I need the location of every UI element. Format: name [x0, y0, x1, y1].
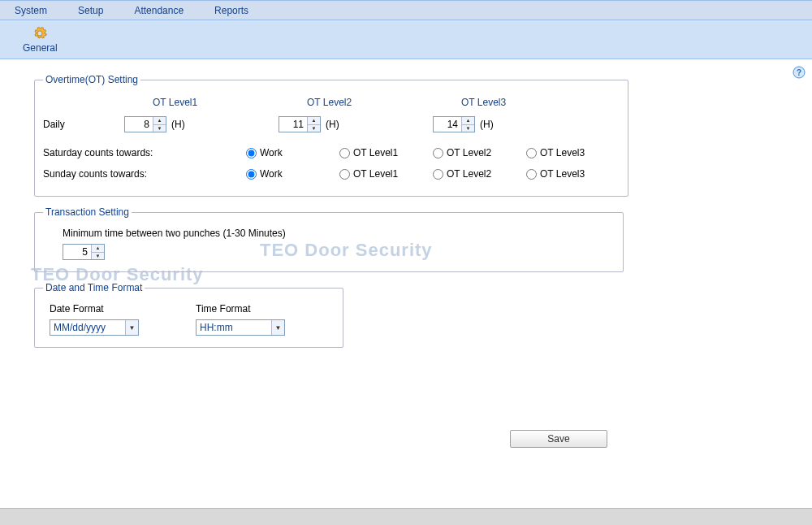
sunday-l3-radio[interactable]: OT Level3	[526, 168, 620, 180]
min-punch-label: Minimum time between two punches (1-30 M…	[63, 228, 615, 239]
saturday-l1-radio[interactable]: OT Level1	[339, 147, 433, 158]
sunday-l2-radio[interactable]: OT Level2	[433, 168, 526, 180]
date-format-label: Date Format	[50, 303, 139, 315]
menu-system[interactable]: System	[15, 5, 47, 16]
sunday-work-radio[interactable]: Work	[246, 168, 339, 180]
spin-down-icon[interactable]: ▼	[308, 125, 320, 132]
ot-header-l3: OT Level3	[433, 97, 587, 108]
spin-up-icon[interactable]: ▲	[308, 117, 320, 125]
time-format-value: HH:mm	[197, 322, 271, 333]
min-punch-spinner[interactable]: ▲▼	[63, 244, 105, 260]
overtime-legend: Overtime(OT) Setting	[43, 74, 140, 85]
saturday-l3-radio[interactable]: OT Level3	[526, 147, 620, 158]
datetime-legend: Date and Time Format	[43, 282, 145, 293]
menu-reports[interactable]: Reports	[214, 5, 248, 16]
sunday-label: Sunday counts towards:	[43, 168, 246, 180]
saturday-label: Saturday counts towards:	[43, 147, 246, 158]
spin-down-icon[interactable]: ▼	[462, 125, 474, 132]
time-format-label: Time Format	[196, 303, 285, 315]
date-format-value: MM/dd/yyyy	[50, 322, 125, 333]
content-area: ? TEO Door Security TEO Door Security Ov…	[0, 59, 812, 509]
sunday-l1-radio[interactable]: OT Level1	[339, 168, 433, 180]
spin-down-icon[interactable]: ▼	[153, 125, 166, 132]
hours-suffix: (H)	[480, 119, 494, 130]
time-format-select[interactable]: HH:mm ▼	[196, 319, 285, 336]
status-strip	[0, 509, 812, 525]
min-punch-input[interactable]	[63, 245, 91, 259]
daily-label: Daily	[43, 119, 124, 130]
save-button[interactable]: Save	[510, 430, 607, 448]
menu-attendance[interactable]: Attendance	[134, 5, 184, 16]
chevron-down-icon: ▼	[271, 320, 284, 335]
spin-up-icon[interactable]: ▲	[153, 117, 166, 125]
general-label: General	[23, 42, 58, 54]
daily-l1-input[interactable]	[125, 117, 153, 132]
ot-header-l1: OT Level1	[124, 97, 279, 108]
transaction-legend: Transaction Setting	[43, 206, 132, 218]
spin-up-icon[interactable]: ▲	[462, 117, 474, 125]
transaction-setting-group: Transaction Setting Minimum time between…	[34, 206, 624, 272]
date-format-select[interactable]: MM/dd/yyyy ▼	[50, 319, 139, 336]
chevron-down-icon: ▼	[125, 320, 138, 335]
toolbar: General	[0, 20, 812, 59]
hours-suffix: (H)	[326, 119, 339, 130]
help-icon[interactable]: ?	[793, 66, 806, 79]
daily-l3-input[interactable]	[434, 117, 461, 132]
daily-l2-input[interactable]	[279, 117, 307, 132]
svg-text:?: ?	[797, 68, 801, 77]
gear-icon	[32, 26, 47, 41]
daily-l3-spinner[interactable]: ▲▼	[433, 116, 475, 132]
overtime-setting-group: Overtime(OT) Setting OT Level1 OT Level2…	[34, 74, 628, 197]
menubar: System Setup Attendance Reports	[0, 0, 812, 20]
daily-l2-spinner[interactable]: ▲▼	[279, 116, 321, 132]
spin-down-icon[interactable]: ▼	[92, 253, 104, 260]
saturday-work-radio[interactable]: Work	[246, 147, 339, 158]
general-button[interactable]: General	[23, 26, 58, 54]
ot-header-l2: OT Level2	[279, 97, 433, 108]
hours-suffix: (H)	[171, 119, 185, 130]
menu-setup[interactable]: Setup	[78, 5, 103, 16]
saturday-l2-radio[interactable]: OT Level2	[433, 147, 526, 158]
spin-up-icon[interactable]: ▲	[92, 245, 104, 253]
daily-l1-spinner[interactable]: ▲▼	[124, 116, 166, 132]
date-time-format-group: Date and Time Format Date Format MM/dd/y…	[34, 282, 343, 348]
